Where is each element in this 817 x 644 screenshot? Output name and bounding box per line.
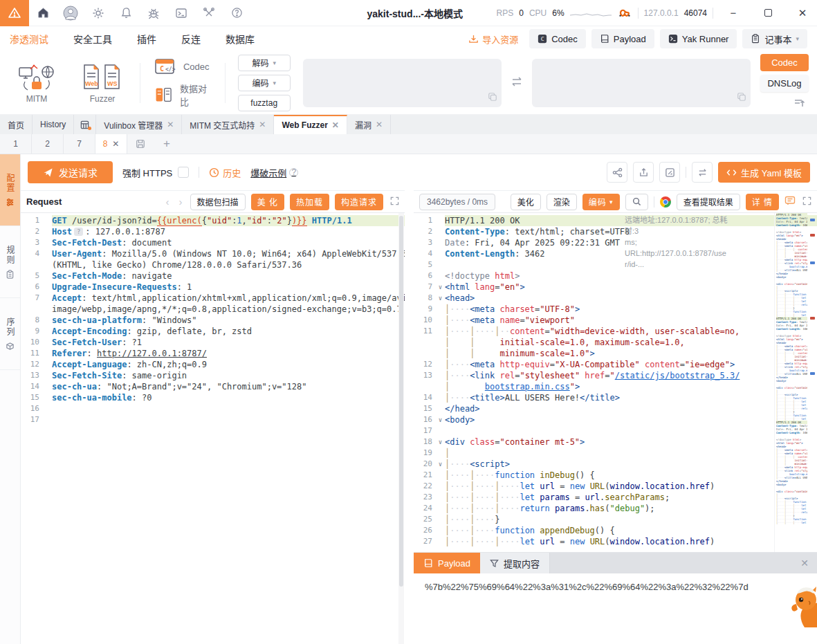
minimap[interactable]: 1HTTP/1.1 200 OK2Content-Type: text/html… — [774, 213, 807, 552]
terminal-icon[interactable] — [167, 0, 195, 26]
decode-dropdown[interactable]: 解码▾ — [238, 55, 291, 71]
response-editor[interactable]: 远端地址:127.0.0.1:8787; 总耗时:3 ms; URL:http:… — [414, 213, 817, 552]
mitm-shortcut[interactable]: MITM — [8, 62, 65, 104]
encoding-dropdown[interactable]: 编码 ▾ — [582, 194, 620, 210]
close-payload-panel-icon[interactable]: ✕ — [792, 553, 817, 573]
codec-mode-tab[interactable]: Codec — [760, 54, 809, 71]
collapse-panel-icon[interactable] — [793, 97, 809, 112]
fuzzer-subtab-7[interactable]: 7 — [64, 134, 95, 154]
svg-text:Web: Web — [85, 80, 98, 87]
tab-漏洞[interactable]: 漏洞✕ — [347, 115, 391, 134]
next-request-icon[interactable]: › — [177, 196, 185, 208]
history-button[interactable]: 历史 — [209, 166, 241, 179]
switch-view-button[interactable] — [692, 162, 713, 183]
svg-text:C: C — [160, 65, 164, 73]
packet-scan-button[interactable]: 数据包扫描 — [190, 194, 246, 210]
edit-button[interactable] — [659, 162, 680, 183]
codec-shortcut[interactable]: C</> Codec — [154, 58, 211, 76]
tab-History[interactable]: History — [33, 115, 74, 134]
code-line: 11│····│····│··content="width=device-wid… — [414, 326, 817, 337]
sidebar-item-sequence[interactable]: 序列 — [0, 298, 20, 370]
codec-output-area[interactable] — [532, 59, 751, 107]
tab-group-icon[interactable] — [74, 115, 96, 134]
menu-item-2[interactable]: 插件 — [137, 32, 156, 46]
codec-button[interactable]: C Codec — [529, 29, 586, 48]
code-line: 2Content-Type: text/html; charset=UTF8 — [414, 226, 817, 237]
notification-bell-icon[interactable] — [112, 0, 140, 26]
copy-icon[interactable] — [488, 92, 497, 104]
comment-icon[interactable] — [784, 195, 796, 209]
dnslog-mode-tab[interactable]: DNSLog — [760, 75, 809, 92]
menu-item-4[interactable]: 数据库 — [226, 32, 255, 46]
fuzzer-shortcut[interactable]: Web WS Fuzzer — [72, 62, 133, 104]
avatar[interactable] — [57, 0, 84, 26]
copy-icon[interactable] — [737, 92, 746, 104]
fuzzer-subtab-2[interactable]: 2 — [32, 134, 64, 154]
home-icon[interactable] — [29, 0, 57, 26]
tab-payload[interactable]: Payload — [414, 553, 480, 573]
detail-button[interactable]: 详 情 — [746, 194, 779, 210]
force-https-checkbox[interactable] — [178, 167, 189, 178]
payload-button[interactable]: Payload — [591, 29, 654, 48]
add-subtab-icon[interactable]: + — [154, 134, 180, 154]
request-scrollbar[interactable] — [398, 213, 404, 644]
request-editor[interactable]: 1GET /user/id-json?id={{urlenc({"uid":1,… — [21, 213, 405, 644]
export-button[interactable] — [633, 162, 654, 183]
send-request-button[interactable]: 发送请求 — [28, 161, 113, 183]
notepad-button[interactable]: 记事本 ▾ — [742, 29, 807, 48]
tools-icon[interactable] — [195, 0, 223, 26]
tab-close-icon[interactable]: ✕ — [376, 120, 383, 129]
generate-yaml-button[interactable]: 生成 Yaml 模板 — [718, 162, 810, 183]
bug-icon[interactable] — [140, 0, 167, 26]
save-subtab-icon[interactable] — [127, 134, 154, 154]
tab-close-icon[interactable]: ✕ — [332, 120, 339, 130]
yak-runner-button[interactable]: Yak Runner — [660, 29, 737, 48]
codec-input-area[interactable] — [303, 59, 502, 107]
pane-splitter[interactable] — [405, 190, 414, 644]
minimize-button[interactable]: − — [719, 0, 748, 26]
view-extract-result-button[interactable]: 查看提取结果 — [677, 194, 740, 210]
menu-item-1[interactable]: 安全工具 — [73, 32, 112, 46]
payload-content[interactable]: %7b%22%75%69%64%22%3a%31%2c%22%69%64%22%… — [414, 573, 817, 644]
beautify-request-button[interactable]: 美 化 — [251, 194, 284, 210]
subtab-close-icon[interactable]: ✕ — [112, 139, 119, 149]
fuzztag-button[interactable]: fuzztag — [238, 95, 291, 111]
beautify-response-button[interactable]: 美化 — [511, 194, 541, 210]
code-line: 10Sec-Fetch-User: ?1 — [21, 337, 405, 348]
tab-Web Fuzzer[interactable]: Web Fuzzer✕ — [274, 115, 347, 134]
settings-gear-icon[interactable] — [84, 0, 112, 26]
code-line: 8sec-ch-ua-platform: "Windows" — [21, 315, 405, 326]
fullscreen-icon[interactable] — [390, 196, 399, 208]
data-compare-shortcut[interactable]: 数据对比 — [154, 82, 211, 108]
maximize-button[interactable] — [753, 0, 782, 26]
search-button[interactable] — [625, 194, 648, 210]
tab-Vulinbox 管理器[interactable]: Vulinbox 管理器✕ — [96, 115, 182, 134]
sidebar-item-rules[interactable]: 规则 — [0, 226, 20, 298]
fullscreen-icon[interactable] — [802, 196, 811, 208]
fuzzer-subtab-8[interactable]: 8✕ — [95, 134, 127, 154]
app-logo[interactable] — [0, 0, 29, 26]
tab-extract-content[interactable]: 提取内容 — [480, 553, 550, 573]
tab-MITM 交互式劫持[interactable]: MITM 交互式劫持✕ — [182, 115, 274, 134]
fuzzer-subtab-1[interactable]: 1 — [0, 134, 32, 154]
help-icon[interactable] — [223, 0, 250, 26]
svg-text:WS: WS — [107, 80, 118, 87]
swap-icon[interactable] — [508, 75, 525, 91]
menu-item-0[interactable]: 渗透测试 — [10, 32, 48, 46]
menu-item-3[interactable]: 反连 — [181, 32, 201, 46]
close-button[interactable]: ✕ — [788, 0, 817, 26]
blast-example-link[interactable]: 爆破示例 ? — [250, 166, 298, 179]
import-resource-button[interactable]: 导入资源 — [468, 33, 518, 46]
tab-close-icon[interactable]: ✕ — [167, 120, 174, 129]
tab-首页[interactable]: 首页 — [0, 115, 33, 134]
share-button[interactable] — [607, 162, 627, 183]
tab-label: 首页 — [8, 119, 24, 131]
prev-request-icon[interactable]: ‹ — [164, 196, 172, 208]
sidebar-item-config[interactable]: 配置 — [0, 154, 20, 226]
encode-dropdown[interactable]: 编码▾ — [238, 75, 291, 91]
hot-reload-button[interactable]: 热加载 — [290, 194, 329, 210]
construct-request-button[interactable]: 构造请求 — [335, 194, 383, 210]
tab-close-icon[interactable]: ✕ — [259, 120, 266, 129]
render-response-button[interactable]: 渲染 — [547, 194, 577, 210]
open-in-chrome-icon[interactable] — [660, 196, 671, 208]
